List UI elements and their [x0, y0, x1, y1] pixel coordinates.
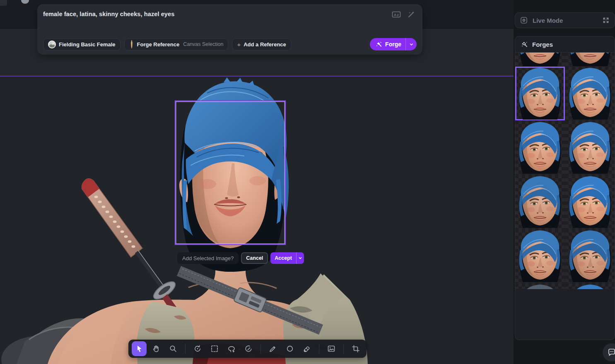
forge-thumbnail[interactable]: [515, 283, 565, 289]
forge-thumbnail[interactable]: [515, 53, 565, 66]
forge-thumbnail[interactable]: [515, 229, 565, 283]
forge-thumbnail[interactable]: [565, 175, 615, 229]
forge-thumbnail[interactable]: [565, 121, 615, 175]
reference-sword-icon: [129, 40, 134, 49]
live-mode-label: Live Mode: [533, 17, 597, 24]
thumbnail-image: [565, 53, 615, 66]
accept-button[interactable]: Accept: [270, 252, 296, 264]
forge-face-thumbnail: [515, 283, 565, 289]
record-icon: [520, 17, 528, 24]
marquee-icon: [210, 344, 219, 354]
image-icon: [326, 344, 336, 354]
reference-chip-label: Forge Reference: [137, 41, 180, 48]
svg-text:A: A: [394, 13, 396, 17]
cancel-button[interactable]: Cancel: [241, 252, 268, 264]
tool-eraser-button[interactable]: [299, 341, 314, 356]
chevron-down-icon: [409, 42, 414, 47]
forge-thumbnail-selected[interactable]: [515, 67, 565, 120]
crop-icon: [351, 344, 361, 354]
tool-marquee-button[interactable]: [207, 341, 222, 356]
expand-icon[interactable]: [602, 17, 610, 24]
add-reference-label: Add a Reference: [244, 41, 286, 48]
forge-options-chevron[interactable]: [405, 38, 417, 50]
accept-split-button: Accept: [270, 252, 304, 264]
thumbnail-image: [565, 175, 615, 229]
forge-face-thumbnail: [515, 67, 565, 120]
tool-brush-button[interactable]: [265, 341, 280, 356]
tool-ellipse-button[interactable]: [282, 341, 297, 356]
forge-face-thumbnail: [565, 121, 615, 175]
forge-button-label: Forge: [385, 41, 401, 48]
forge-face-thumbnail: [515, 121, 565, 175]
prompt-enhance-button[interactable]: [406, 9, 417, 20]
forges-header: Forges: [515, 36, 615, 53]
svg-text:z: z: [397, 13, 399, 17]
thumbnail-image: [515, 175, 565, 229]
tool-lasso-button[interactable]: [224, 341, 239, 356]
forge-face-thumbnail: [565, 67, 615, 120]
thumbnail-image: [515, 53, 565, 66]
forge-face-thumbnail: [515, 53, 565, 66]
select-icon: [134, 344, 144, 354]
magic-wand-icon: [407, 10, 415, 19]
tool-image-button[interactable]: [324, 341, 339, 356]
chat-bubble-icon: [608, 348, 615, 357]
tool-crop-button[interactable]: [348, 341, 363, 356]
forge-hammer-icon: [521, 41, 528, 48]
ellipse-icon: [285, 344, 295, 354]
selection-prompt-text: Add Selected Image?: [182, 255, 234, 261]
thumbnail-image: [515, 67, 565, 120]
thumbnail-image: [515, 229, 565, 283]
tool-transform-button[interactable]: [190, 341, 205, 356]
thumbnail-image: [565, 283, 615, 289]
add-reference-chip[interactable]: + Add a Reference: [232, 38, 291, 50]
forge-thumbnail[interactable]: [565, 283, 615, 289]
forge-thumbnail[interactable]: [565, 229, 615, 283]
text-variants-icon: Az: [392, 11, 401, 18]
forge-hammer-icon: [376, 41, 382, 48]
forges-grid: [515, 53, 615, 289]
forge-face-thumbnail: [565, 283, 615, 289]
toolbar-divider: [185, 344, 186, 354]
selection-prompt-label: Add Selected Image?: [177, 252, 239, 264]
forge-button[interactable]: Forge: [370, 38, 417, 50]
prompt-input[interactable]: female face, latina, skinny cheeks, haze…: [43, 11, 417, 18]
toolbar-divider: [343, 344, 344, 354]
reference-chip-forge[interactable]: Forge Reference Canvas Selection: [124, 38, 229, 50]
toolbar-divider: [319, 344, 319, 354]
chevron-down-icon: [298, 256, 302, 260]
live-mode-toggle[interactable]: Live Mode: [515, 12, 615, 28]
forge-face-thumbnail: [565, 229, 615, 283]
forge-face-thumbnail: [565, 53, 615, 66]
prompt-panel: female face, latina, skinny cheeks, haze…: [37, 4, 422, 55]
reference-chip-sublabel: Canvas Selection: [183, 41, 223, 47]
forge-thumbnail[interactable]: [565, 53, 615, 66]
tool-hand-button[interactable]: [149, 341, 164, 356]
cut-off-topleft-element: [0, 0, 7, 6]
tool-zoom-button[interactable]: [166, 341, 181, 356]
reference-chip-label: Fielding Basic Female: [59, 41, 116, 48]
forge-thumbnail[interactable]: [515, 121, 565, 175]
tool-select-button[interactable]: [132, 341, 147, 356]
plus-icon: +: [237, 41, 241, 48]
model-avatar-icon: [48, 41, 56, 48]
prompt-text-options-button[interactable]: Az: [391, 9, 402, 20]
canvas-selection-rect[interactable]: [175, 101, 286, 245]
brush-icon: [268, 344, 278, 354]
forge-thumbnail[interactable]: [515, 175, 565, 229]
forges-panel: Forges: [515, 36, 615, 340]
tool-pen-button[interactable]: [241, 341, 256, 356]
zoom-icon: [168, 344, 178, 354]
thumbnail-image: [565, 67, 615, 120]
forge-face-thumbnail: [565, 175, 615, 229]
canvas-toolbar: [128, 340, 367, 358]
accept-options-chevron[interactable]: [296, 252, 304, 264]
eraser-icon: [302, 344, 312, 354]
thumbnail-image: [515, 283, 565, 289]
forges-title: Forges: [532, 41, 553, 48]
hand-icon: [151, 344, 161, 354]
reference-chip-model[interactable]: Fielding Basic Female: [43, 38, 121, 50]
toolbar-divider: [260, 344, 261, 354]
forge-thumbnail[interactable]: [565, 67, 615, 120]
lasso-icon: [227, 344, 236, 354]
